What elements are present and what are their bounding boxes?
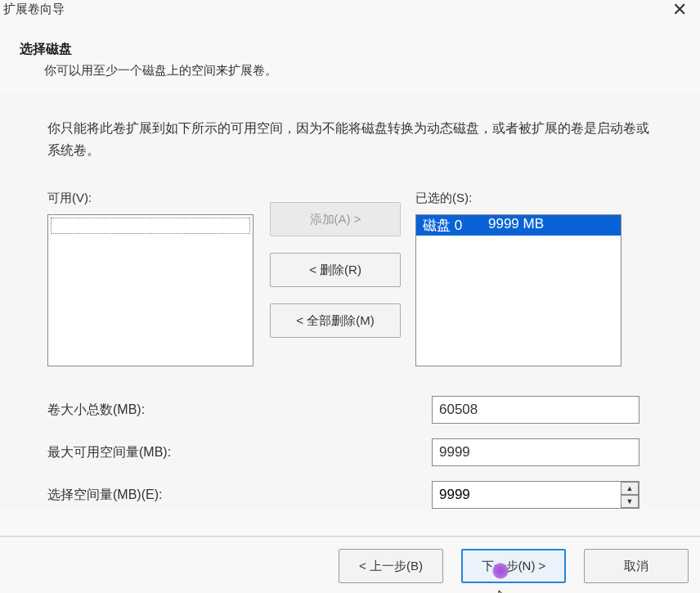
next-button[interactable]: 下一步(N) > bbox=[461, 549, 566, 583]
select-space-input[interactable] bbox=[432, 481, 639, 509]
back-button[interactable]: < 上一步(B) bbox=[339, 549, 443, 583]
close-icon[interactable]: ✕ bbox=[667, 2, 692, 18]
add-button[interactable]: 添加(A) > bbox=[270, 202, 401, 236]
spinner-down-icon[interactable]: ▼ bbox=[621, 495, 639, 508]
max-space-label: 最大可用空间量(MB): bbox=[47, 444, 432, 461]
window-title: 扩展卷向导 bbox=[3, 2, 65, 17]
available-listbox[interactable] bbox=[47, 214, 254, 366]
spinner-up-icon[interactable]: ▲ bbox=[621, 482, 639, 495]
select-space-label: 选择空间量(MB)(E): bbox=[47, 487, 432, 504]
footer-separator bbox=[0, 536, 700, 537]
page-subtitle: 你可以用至少一个磁盘上的空间来扩展卷。 bbox=[44, 63, 700, 79]
available-label: 可用(V): bbox=[47, 191, 254, 206]
cancel-button[interactable]: 取消 bbox=[584, 549, 689, 583]
selected-listbox[interactable]: 磁盘 09999 MB bbox=[415, 214, 621, 366]
remove-button[interactable]: < 删除(R) bbox=[270, 253, 401, 287]
total-size-label: 卷大小总数(MB): bbox=[47, 402, 432, 419]
selected-label: 已选的(S): bbox=[415, 191, 621, 206]
max-space-field bbox=[432, 438, 639, 466]
page-title: 选择磁盘 bbox=[20, 41, 700, 58]
list-item[interactable]: 磁盘 09999 MB bbox=[416, 215, 621, 236]
total-size-field bbox=[432, 396, 639, 424]
info-text: 你只能将此卷扩展到如下所示的可用空间，因为不能将磁盘转换为动态磁盘，或者被扩展的… bbox=[47, 117, 653, 161]
remove-all-button[interactable]: < 全部删除(M) bbox=[270, 303, 401, 338]
